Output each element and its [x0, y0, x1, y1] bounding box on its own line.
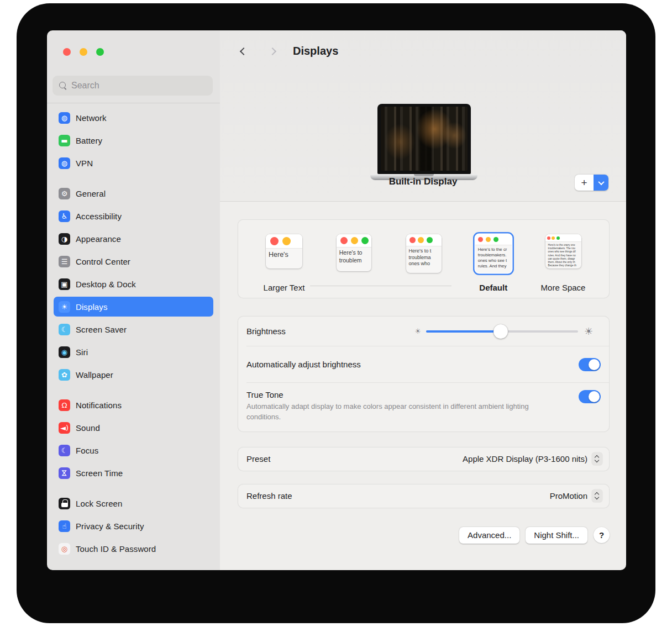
lock-icon [59, 498, 70, 509]
mini-traffic-dot [270, 237, 279, 245]
zoom-button[interactable] [96, 48, 104, 56]
forward-button[interactable] [267, 47, 277, 57]
sidebar-item-notifications[interactable]: ΩNotifications [54, 395, 213, 415]
close-button[interactable] [63, 48, 71, 56]
search-field[interactable] [53, 76, 213, 96]
refresh-rate-popup[interactable]: ProMotion [550, 489, 602, 502]
mini-titlebar [266, 234, 302, 249]
mini-titlebar [337, 234, 371, 247]
scaling-option-default[interactable]: Here's to the crtroublemakers.ones who s… [469, 234, 518, 292]
advanced-button[interactable]: Advanced... [459, 527, 519, 544]
hourglass-icon: ⋈ [59, 467, 70, 479]
sidebar-item-screen-time[interactable]: ⋈Screen Time [54, 463, 213, 483]
preset-value: Apple XDR Display (P3-1600 nits) [463, 454, 587, 464]
mini-traffic-dot [351, 237, 358, 244]
display-settings-card: Brightness ☀ ☀ Autom [238, 316, 610, 432]
scaling-option-2[interactable]: Here's totroublem [329, 234, 379, 292]
brightness-row: Brightness ☀ ☀ [238, 317, 609, 346]
mini-traffic-dot [478, 237, 484, 243]
mini-titlebar [475, 234, 512, 245]
search-icon [59, 82, 67, 89]
mini-traffic-dot [410, 237, 416, 243]
sidebar-item-label: Screen Time [76, 468, 123, 478]
sidebar-item-wallpaper[interactable]: ✿Wallpaper [54, 365, 213, 385]
mini-titlebar [545, 234, 581, 242]
help-button[interactable]: ? [594, 527, 610, 543]
sidebar-item-label: Accessibility [76, 212, 122, 221]
page-title: Displays [293, 45, 338, 57]
refresh-rate-label: Refresh rate [246, 491, 292, 501]
mini-text: Here's totroublem [337, 247, 371, 271]
sidebar-item-network[interactable]: ◍Network [54, 108, 213, 128]
sidebar-item-privacy-security[interactable]: ☝Privacy & Security [54, 516, 213, 536]
sidebar-item-desktop-dock[interactable]: ▣Desktop & Dock [54, 274, 213, 294]
sidebar-item-label: Appearance [76, 234, 121, 244]
sidebar-item-control-center[interactable]: ☰Control Center [54, 251, 213, 271]
desktop-dock-icon: ▣ [59, 278, 70, 290]
scaling-thumbnail: Here's [266, 234, 302, 268]
scaling-thumbnail: Here's to ttroublemaones who [406, 234, 442, 273]
chevron-down-icon [598, 178, 604, 185]
sidebar-item-lock-screen[interactable]: Lock Screen [54, 493, 213, 513]
true-tone-row: True Tone Automatically adapt display to… [238, 383, 609, 431]
sidebar-item-touch-id-password[interactable]: ◎Touch ID & Password [54, 539, 213, 559]
sidebar-item-sound[interactable]: ◄)Sound [54, 418, 213, 438]
scaling-option-larger-text[interactable]: Here'sLarger Text [259, 234, 309, 292]
sidebar-item-screen-saver[interactable]: ☾Screen Saver [54, 319, 213, 339]
flower-icon: ✿ [59, 369, 70, 381]
auto-brightness-toggle[interactable] [579, 358, 601, 371]
siri-icon: ◉ [59, 346, 70, 358]
brightness-slider[interactable] [426, 324, 578, 339]
refresh-rate-value: ProMotion [550, 491, 587, 501]
sidebar-item-vpn[interactable]: ◍VPN [54, 153, 213, 173]
true-tone-description: Automatically adapt display to make colo… [246, 402, 564, 423]
sidebar-item-label: Battery [76, 136, 102, 145]
sidebar-item-accessibility[interactable]: ♿Accessibility [54, 206, 213, 226]
mini-text: Here's to the crazy onetroublemakers. Th… [545, 242, 581, 268]
sidebar-item-label: Desktop & Dock [76, 280, 136, 289]
preset-row: Preset Apple XDR Display (P3-1600 nits) [238, 447, 610, 471]
preset-popup[interactable]: Apple XDR Display (P3-1600 nits) [463, 452, 602, 465]
sidebar-item-displays[interactable]: ☀Displays [54, 297, 213, 317]
scaling-option-more-space[interactable]: Here's to the crazy onetroublemakers. Th… [538, 234, 588, 292]
slider-fill [426, 330, 501, 333]
mini-text: Here's [266, 249, 302, 268]
display-name-label: Built-in Display [220, 176, 626, 187]
search-input[interactable] [71, 81, 198, 91]
sidebar-item-label: Focus [76, 446, 98, 455]
minimize-button[interactable] [80, 48, 87, 56]
scaling-thumbnail: Here's to the crazy onetroublemakers. Th… [545, 234, 581, 268]
mini-traffic-dot [552, 236, 555, 240]
sidebar-item-appearance[interactable]: ◑Appearance [54, 229, 213, 249]
add-display-button[interactable]: + [575, 175, 594, 191]
true-tone-toggle[interactable] [579, 390, 601, 403]
slider-knob[interactable] [494, 324, 508, 339]
sidebar-item-label: Siri [76, 347, 88, 357]
scaling-option-3[interactable]: Here's to ttroublemaones who [399, 234, 449, 292]
add-display-button-group: + [575, 175, 608, 191]
mini-traffic-dot [547, 236, 550, 240]
brightness-high-icon: ☀ [584, 326, 593, 336]
scaling-connector-line [310, 286, 452, 286]
sidebar-item-siri[interactable]: ◉Siri [54, 342, 213, 362]
true-tone-label: True Tone [246, 390, 601, 399]
sidebar-item-focus[interactable]: ☾Focus [54, 440, 213, 460]
mini-traffic-dot [494, 237, 499, 243]
mini-titlebar [406, 234, 442, 246]
accessibility-icon: ♿ [59, 210, 70, 222]
scaling-thumbnail: Here's to the crtroublemakers.ones who s… [475, 234, 512, 273]
fingerprint-icon: ◎ [59, 543, 70, 555]
brightness-low-icon: ☀ [414, 328, 421, 335]
back-button[interactable] [239, 47, 249, 57]
add-display-menu-button[interactable] [594, 175, 608, 191]
sidebar-item-battery[interactable]: ▬Battery [54, 130, 213, 150]
night-shift-button[interactable]: Night Shift... [526, 527, 587, 544]
sidebar-item-general[interactable]: ⚙General [54, 183, 213, 203]
auto-brightness-row: Automatically adjust brightness [238, 346, 609, 382]
sidebar-item-label: Sound [76, 423, 100, 433]
scaling-option-label: Larger Text [264, 283, 305, 292]
system-settings-window: ◍Network▬Battery◍VPN⚙General♿Accessibili… [47, 30, 626, 570]
sidebar-item-label: Wallpaper [76, 370, 113, 380]
displays-pane: Displays Built-in Display + Here'sLarger… [220, 30, 626, 570]
scaling-thumbnail: Here's totroublem [337, 234, 371, 271]
